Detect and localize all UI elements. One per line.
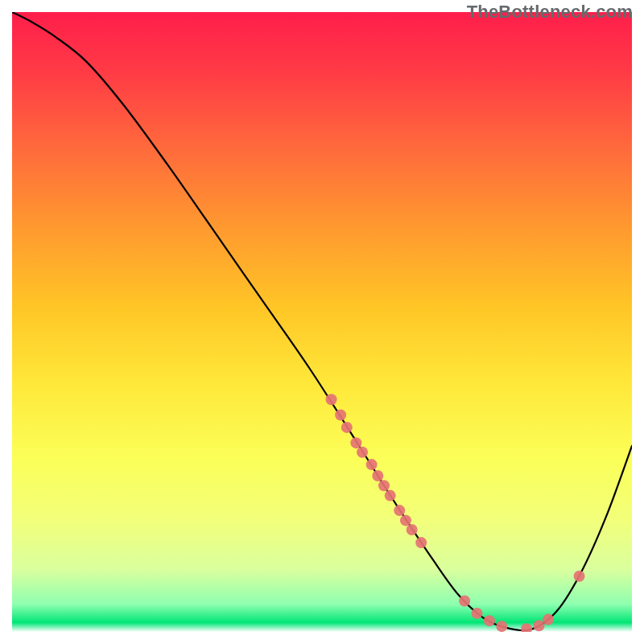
bottleneck-chart <box>12 12 632 632</box>
data-point <box>357 447 368 458</box>
data-point <box>472 608 483 619</box>
data-point <box>534 620 545 631</box>
data-point <box>407 524 418 535</box>
data-point <box>385 490 396 502</box>
data-point <box>496 621 507 632</box>
data-point <box>543 614 554 625</box>
data-point <box>484 615 495 626</box>
data-point <box>341 422 353 433</box>
data-point <box>400 514 411 526</box>
data-point <box>335 410 346 421</box>
data-point <box>378 480 390 491</box>
data-point <box>574 571 585 582</box>
data-point <box>459 596 470 607</box>
data-point <box>350 437 361 448</box>
data-point <box>372 470 383 481</box>
data-point <box>394 505 405 516</box>
watermark-label: TheBottleneck.com <box>467 2 633 23</box>
chart-stage: TheBottleneck.com <box>0 0 644 644</box>
data-point <box>415 537 427 548</box>
data-point <box>326 394 337 405</box>
data-point <box>366 459 378 470</box>
chart-background <box>12 12 632 632</box>
